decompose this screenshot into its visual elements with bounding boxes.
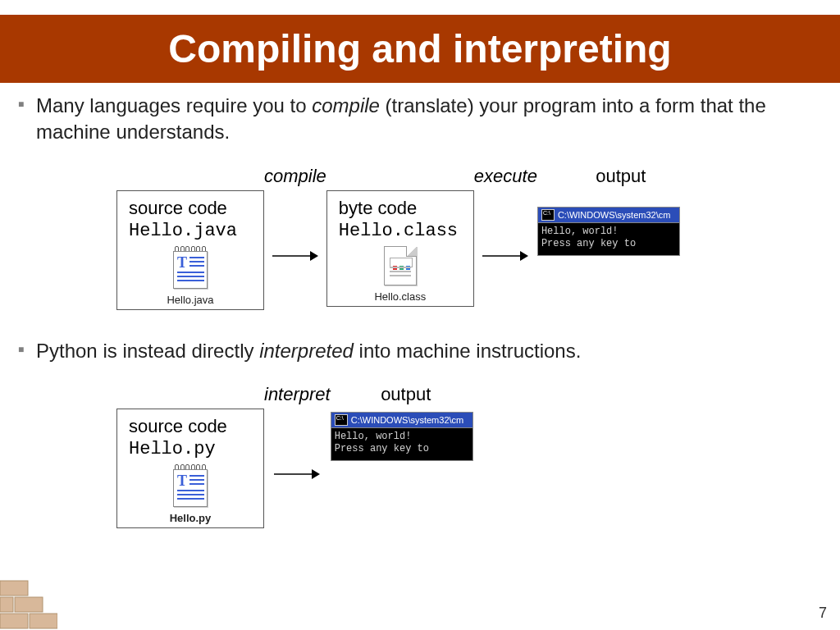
python-source-filename: Hello.py <box>129 439 252 459</box>
slide-content: Many languages require you to compile (t… <box>0 83 840 543</box>
notepad-icon: T <box>171 246 209 289</box>
svg-rect-10 <box>0 581 28 596</box>
svg-rect-7 <box>30 614 57 628</box>
execute-arrow: execute <box>474 162 537 322</box>
output-column-python: output C:\WINDOWS\system32\cm Hello, wor… <box>331 381 473 543</box>
interpret-arrow: interpret <box>264 381 331 540</box>
source-code-label: source code <box>129 416 252 437</box>
svg-rect-6 <box>0 614 28 628</box>
source-code-box-python: . source code Hello.py T Hello.py <box>116 381 264 528</box>
bricks-decoration-icon <box>0 573 57 630</box>
compile-diagram: . source code Hello.java T Hello.java <box>116 162 817 338</box>
output-label: output <box>381 381 431 409</box>
java-class-filename: Hello.class <box>339 221 462 241</box>
output-label: output <box>596 162 646 190</box>
byte-code-label: byte code <box>339 198 462 219</box>
cmd-icon <box>335 414 348 426</box>
svg-marker-5 <box>312 469 320 479</box>
notepad-icon: T <box>171 464 209 507</box>
svg-rect-8 <box>0 597 13 612</box>
java-source-filename: Hello.java <box>129 221 252 241</box>
byte-code-box: . byte code Hello.class Hello.class <box>326 162 474 307</box>
terminal-title-bar: C:\WINDOWS\system32\cm <box>537 207 680 222</box>
bullet-1: Many languages require you to compile (t… <box>18 93 817 146</box>
slide-title: Compiling and interpreting <box>0 15 840 83</box>
compile-arrow: compile <box>264 162 326 322</box>
terminal-title-bar: C:\WINDOWS\system32\cm <box>331 412 473 427</box>
output-column-java: output C:\WINDOWS\system32\cm Hello, wor… <box>537 162 680 338</box>
terminal-window: C:\WINDOWS\system32\cm Hello, world! Pre… <box>331 412 473 461</box>
source-code-label: source code <box>129 198 252 219</box>
java-source-caption: Hello.java <box>129 294 252 306</box>
interpret-diagram: . source code Hello.py T Hello.py <box>116 381 817 543</box>
python-source-caption: Hello.py <box>129 512 252 524</box>
source-code-box-java: . source code Hello.java T Hello.java <box>116 162 264 310</box>
page-number: 7 <box>819 605 827 622</box>
terminal-body: Hello, world! Press any key to <box>331 427 473 461</box>
file-icon <box>384 246 417 285</box>
java-class-caption: Hello.class <box>339 290 462 303</box>
cmd-icon <box>541 209 555 221</box>
svg-marker-1 <box>310 251 318 261</box>
terminal-window: C:\WINDOWS\system32\cm Hello, world! Pre… <box>537 207 680 256</box>
svg-marker-3 <box>520 251 528 261</box>
terminal-body: Hello, world! Press any key to <box>537 222 680 256</box>
bullet-2: Python is instead directly interpreted i… <box>18 338 817 364</box>
svg-rect-9 <box>15 597 43 612</box>
